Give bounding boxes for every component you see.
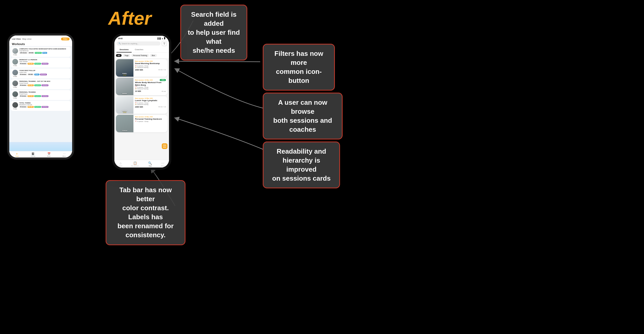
tab-coaches[interactable]: Coaches xyxy=(132,47,146,52)
phone2-screen: 19:02 ▐▐▐ ▲ ▊ 🔍 Search for anything... xyxy=(114,36,169,168)
list-item[interactable]: Profile WORKOUT 1:1 PERSON Julio Orlando… xyxy=(11,58,71,68)
session-card[interactable]: COACH Next session: 14 Mar, 9:00 Persona… xyxy=(116,115,167,132)
list-item[interactable]: Profile PERSONAL TRAINING Paweł Krupa 60… xyxy=(11,90,71,100)
avatar xyxy=(12,81,18,86)
tag-time: 60 minutes xyxy=(19,106,27,108)
item-trainer: Susan Kariuki xyxy=(19,82,69,84)
category-icon: 🏋 xyxy=(135,104,137,105)
session-info: Next session: 12 Mar, 9:00 Good Morning … xyxy=(133,59,167,77)
category-icon: 🏋 xyxy=(135,67,137,68)
discount-badge: -70% xyxy=(160,79,166,81)
list-item[interactable]: Profile PERSONAL TRAINING - OUT OF THE B… xyxy=(11,79,71,89)
list-view-btn[interactable]: List View xyxy=(12,38,21,40)
search-bar[interactable]: 🔍 Search for anything... xyxy=(116,41,160,46)
tab-journal-label: Journal xyxy=(31,155,35,157)
tag-time: 60 minutes xyxy=(19,74,27,75)
item-name: LYMPHATIC YOGA INTRO WORKSHOP WITH KARIN… xyxy=(19,48,69,50)
list-item[interactable]: Profile LYMPHATIC YOGA INTRO WORKSHOP WI… xyxy=(11,47,71,57)
annotation-filters: Filters has now more common icon-button xyxy=(263,44,335,91)
tab-feed-label: Feed xyxy=(119,165,122,167)
next-session: Next session: 12 Mar, 9:00 xyxy=(135,60,166,62)
session-image: MARIA 4.9 ★ xyxy=(116,96,133,114)
session-card[interactable]: MARIA Next session: 13 Mar, 9:00 -70% Wh… xyxy=(116,78,167,95)
p2-tab-mysessions[interactable]: 📋 My sessions xyxy=(131,161,139,167)
page-title: After xyxy=(108,8,151,29)
tag-inperson: In-person xyxy=(34,63,41,65)
session-card[interactable]: PAWEL 4.9 ★ Next session: 12 Mar, 9:00 G… xyxy=(116,59,167,77)
phone2: 19:02 ▐▐▐ ▲ ▊ 🔍 Search for anything... xyxy=(112,33,171,170)
section-title: Workouts xyxy=(9,41,72,46)
phone1-screen: List View Map view Filter Workouts Profi… xyxy=(9,36,72,157)
p2-tab-more[interactable]: ⋯ More xyxy=(161,161,165,167)
tab-mysessions-label: My sessions xyxy=(131,165,139,167)
item-trainer: Julio Orlando xyxy=(19,61,69,62)
chip-all[interactable]: All xyxy=(116,54,122,57)
item-content: PERSONAL TRAINING - OUT OF THE BOX Susan… xyxy=(19,81,69,86)
svg-marker-3 xyxy=(163,145,166,148)
main-tabs: Sessions Coaches xyxy=(114,47,169,53)
tag-group: Group xyxy=(42,52,47,54)
coach-badge: MARIA 4.9 ★ xyxy=(116,109,133,114)
workout-list: Profile LYMPHATIC YOGA INTRO WORKSHOP WI… xyxy=(9,46,72,145)
item-tags: 60 minutes 800 SEK In-person Individual xyxy=(19,84,69,86)
wifi-icon: ▲ xyxy=(162,38,163,39)
tag-online: Online xyxy=(34,74,39,75)
annotation-browse: A user can now browse both sessions and … xyxy=(263,93,343,139)
session-card[interactable]: MARIA 4.9 ★ Next session: 14 Mar, 9:00 L… xyxy=(116,96,167,114)
tab-sessions[interactable]: Sessions xyxy=(116,47,132,52)
session-duration: 60 min × 12 xyxy=(158,69,166,71)
tab-menu-label: Menu xyxy=(63,155,66,157)
p2-tab-find[interactable]: 🔍 Find xyxy=(148,161,152,167)
filter-button[interactable]: Filter xyxy=(61,38,70,40)
session-price: 2400 SEK xyxy=(135,69,143,71)
annotation-readability: Readability and hierarchy is improved on… xyxy=(263,142,340,188)
tab-feed[interactable]: ≡ Feed xyxy=(15,152,19,157)
tag-time: 120 minutes xyxy=(19,52,28,54)
coach-name: MARIA xyxy=(116,93,133,94)
signal-icon: ▐▐▐ xyxy=(157,38,161,39)
search-placeholder: Search for anything... xyxy=(122,43,139,45)
session-duration: 60 min × 12 xyxy=(158,106,166,108)
tab-feed-label: Feed xyxy=(15,155,19,157)
item-trainer: Paweł Krupa xyxy=(19,93,69,95)
tag-individual: Individual xyxy=(41,106,48,108)
item-tags: 60 minutes 800 SEK In-person Individual xyxy=(19,95,69,97)
session-duration: 60 min xyxy=(162,91,166,92)
filter-icon-button[interactable] xyxy=(162,41,167,46)
tab-journal[interactable]: 📓 Journal xyxy=(31,152,35,157)
session-price: 2400 SEK xyxy=(135,106,143,108)
session-category: 🏋 Personal Training xyxy=(135,88,166,90)
list-item[interactable]: Profile TOTAL TONING Madeleine Lindmark … xyxy=(11,101,71,111)
item-tags: 60 minutes 990 SEK In-person Individual xyxy=(19,106,69,108)
map-view-btn[interactable]: Map view xyxy=(22,38,32,40)
phone1: List View Map view Filter Workouts Profi… xyxy=(7,33,74,160)
session-title: Whole Body Workout From Björn Borg xyxy=(135,81,166,86)
tag-individual: Individual xyxy=(41,63,48,65)
profile-label: Profile xyxy=(13,65,17,66)
more-icon: ⋯ xyxy=(161,161,164,165)
next-session: Next session: 13 Mar, 9:00 xyxy=(135,79,152,81)
view-toggle: List View Map view xyxy=(12,38,31,40)
tab-menu[interactable]: ⋯ Menu xyxy=(63,152,66,157)
item-trainer: Anja Björkman xyxy=(19,50,69,51)
profile-label: Profile xyxy=(13,97,17,99)
tag-inperson: In-person xyxy=(34,95,41,97)
battery-icon: ▊ xyxy=(164,37,165,39)
chip-yoga[interactable]: Yoga xyxy=(123,54,130,57)
tag-price: 800 SEK xyxy=(28,95,34,97)
tab-book[interactable]: 📅 Book xyxy=(47,152,51,157)
avatar xyxy=(12,102,18,108)
p2-tab-feed[interactable]: ⌂ Feed xyxy=(119,161,122,167)
list-item[interactable]: Profile YOUR FIRST PULLUP Lukas Grön 60 … xyxy=(11,68,71,78)
session-image: COACH xyxy=(116,115,133,132)
map-icon xyxy=(163,145,166,148)
tag-individual: Individual xyxy=(41,95,48,97)
tab-find-label: Find xyxy=(149,165,151,167)
map-floating-button[interactable] xyxy=(162,143,167,149)
chip-personal-training[interactable]: Personal Training xyxy=(131,54,149,57)
item-content: TOTAL TONING Madeleine Lindmark 60 minut… xyxy=(19,102,69,108)
chip-box[interactable]: Box xyxy=(150,54,157,57)
coach-rating: 4.9 ★ xyxy=(116,74,133,76)
tag-individual: Individual xyxy=(41,84,48,86)
item-name: WORKOUT 1:1 PERSON xyxy=(19,59,69,61)
